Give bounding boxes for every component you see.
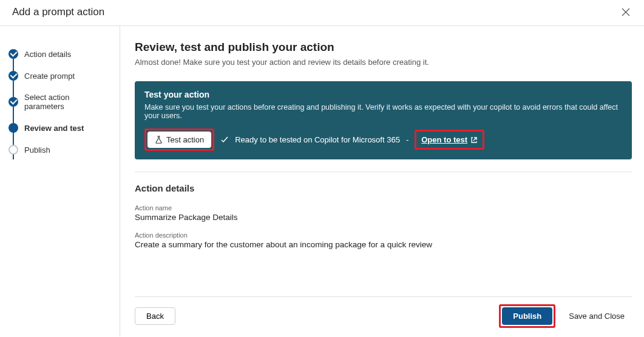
- action-description-label: Action description: [135, 232, 632, 239]
- divider: [135, 172, 632, 172]
- step-label: Review and test: [24, 124, 84, 133]
- stepper-sidebar: Action details Create prompt Select acti…: [0, 26, 120, 336]
- step-label: Action details: [24, 50, 71, 59]
- step-label: Create prompt: [24, 72, 75, 81]
- action-details-title: Action details: [135, 183, 632, 193]
- checkmark-icon: [220, 136, 229, 144]
- close-icon: [622, 8, 630, 16]
- check-circle-icon: [8, 49, 18, 59]
- external-link-icon: [470, 136, 478, 144]
- publish-button[interactable]: Publish: [502, 307, 552, 325]
- test-panel-text: Make sure you test your actions before c…: [144, 103, 622, 120]
- beaker-icon: [155, 136, 163, 144]
- save-and-close-button[interactable]: Save and Close: [561, 308, 632, 324]
- page-heading: Review, test and publish your action: [135, 41, 632, 54]
- step-label: Publish: [24, 145, 50, 155]
- step-publish[interactable]: Publish: [8, 139, 111, 161]
- step-action-details[interactable]: Action details: [8, 43, 111, 65]
- highlight-test-action: Test action: [144, 128, 214, 151]
- step-create-prompt[interactable]: Create prompt: [8, 65, 111, 87]
- test-action-label: Test action: [166, 135, 204, 144]
- action-name-label: Action name: [135, 204, 632, 212]
- highlight-publish: Publish: [499, 304, 555, 328]
- main-panel: Review, test and publish your action Alm…: [120, 26, 644, 336]
- action-name-value: Summarize Package Details: [135, 213, 632, 222]
- dialog-title: Add a prompt action: [12, 6, 104, 18]
- footer: Back Publish Save and Close: [135, 296, 632, 336]
- test-row: Test action Ready to be tested on Copilo…: [144, 128, 622, 151]
- open-to-test-link[interactable]: Open to test: [418, 133, 481, 147]
- check-circle-icon: [8, 97, 18, 107]
- action-description-value: Create a summary for the customer about …: [135, 240, 632, 249]
- dialog-header: Add a prompt action: [0, 0, 644, 26]
- test-panel-title: Test your action: [144, 90, 622, 99]
- back-button[interactable]: Back: [135, 307, 175, 325]
- step-label: Select action parameters: [24, 93, 111, 111]
- open-to-test-label: Open to test: [421, 135, 467, 144]
- check-circle-icon: [8, 71, 18, 81]
- current-step-icon: [8, 123, 18, 133]
- step-review-and-test[interactable]: Review and test: [8, 117, 111, 139]
- status-dash: -: [406, 135, 408, 144]
- step-select-action-parameters[interactable]: Select action parameters: [8, 87, 111, 117]
- highlight-open-to-test: Open to test: [415, 130, 484, 150]
- close-button[interactable]: [620, 6, 632, 18]
- test-action-button[interactable]: Test action: [147, 132, 211, 148]
- test-your-action-panel: Test your action Make sure you test your…: [135, 81, 632, 159]
- pending-step-icon: [8, 145, 18, 155]
- test-status-text: Ready to be tested on Copilot for Micros…: [235, 135, 400, 144]
- page-subheading: Almost done! Make sure you test your act…: [135, 58, 632, 67]
